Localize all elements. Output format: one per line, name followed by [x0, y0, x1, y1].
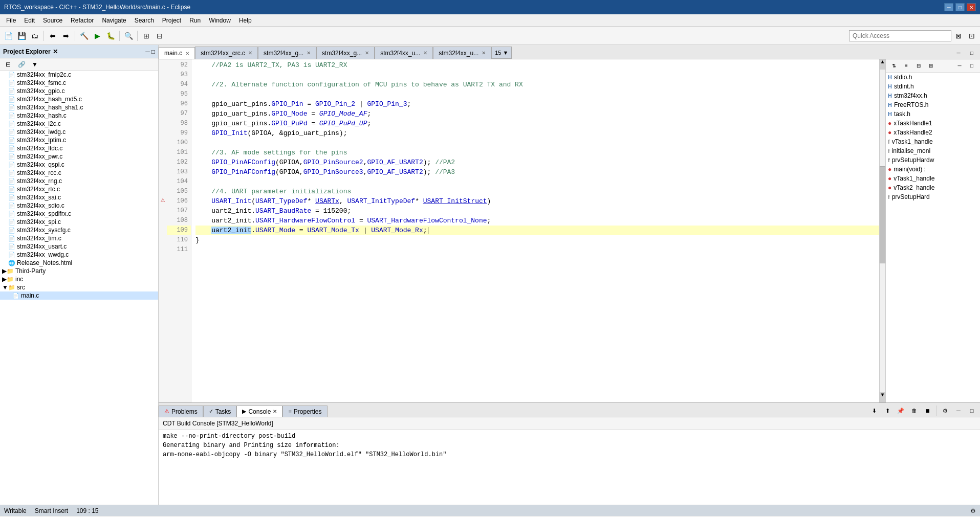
list-item[interactable]: 📄stm32f4xx_qspi.c: [0, 161, 158, 169]
back-button[interactable]: ⬅: [47, 30, 59, 42]
list-item[interactable]: 🌐Release_Notes.html: [0, 259, 158, 267]
list-item[interactable]: 📄stm32f4xx_i2c.c: [0, 120, 158, 128]
close-button[interactable]: ✕: [967, 3, 976, 11]
rp-item-prvSetup1[interactable]: fprvSetupHardw: [886, 155, 980, 165]
tab-main-c[interactable]: main.c ✕: [159, 47, 195, 59]
tab-close-icon[interactable]: ✕: [185, 51, 189, 56]
list-item[interactable]: ▶📁inc: [0, 275, 158, 283]
tab-u2[interactable]: stm32f4xx_u... ✕: [433, 47, 491, 59]
scroll-thumb[interactable]: [880, 166, 885, 263]
list-item[interactable]: 📄stm32f4xx_rcc.c: [0, 169, 158, 177]
list-item[interactable]: 📄main.c: [0, 291, 158, 300]
new-button[interactable]: 📄: [2, 30, 14, 42]
debug-button[interactable]: 🐛: [104, 30, 117, 42]
editor-maximize-button[interactable]: □: [966, 47, 978, 59]
console-pin-button[interactable]: 📌: [895, 404, 907, 417]
list-item[interactable]: 📄stm32f4xx_spdifrx.c: [0, 210, 158, 218]
perspective-button[interactable]: ⊞: [140, 30, 153, 42]
vertical-scrollbar[interactable]: ▲ ▼: [879, 59, 885, 402]
maximize-button[interactable]: □: [955, 3, 965, 11]
tab-close-icon[interactable]: ✕: [248, 50, 252, 56]
pe-minimize-icon[interactable]: ─: [145, 48, 150, 55]
rp-item-main[interactable]: ●main(void) :: [886, 165, 980, 174]
minimize-button[interactable]: ─: [944, 3, 953, 11]
console-scroll-up-button[interactable]: ⬆: [881, 404, 894, 417]
tab-g2[interactable]: stm32f4xx_g... ✕: [316, 47, 375, 59]
list-item[interactable]: 📄stm32f4xx_rtc.c: [0, 185, 158, 193]
list-item[interactable]: 📄stm32f4xx_gpio.c: [0, 87, 158, 95]
console-scroll-down-button[interactable]: ⬇: [868, 404, 880, 417]
code-editor[interactable]: ⚠ 92 93 94 95 96 97 98 99 10: [159, 59, 885, 402]
list-item[interactable]: 📄stm32f4xx_usart.c: [0, 242, 158, 251]
build-button[interactable]: 🔨: [78, 30, 90, 42]
console-minimize-button[interactable]: ─: [952, 404, 965, 417]
menu-file[interactable]: File: [2, 16, 20, 25]
search-button[interactable]: 🔍: [122, 30, 135, 42]
list-item[interactable]: 📄stm32f4xx_spi.c: [0, 218, 158, 226]
scroll-track[interactable]: [880, 70, 885, 392]
save-button[interactable]: 💾: [15, 30, 28, 42]
quick-access-input[interactable]: [849, 30, 951, 41]
tab-tasks[interactable]: ✓ Tasks: [203, 406, 237, 417]
rp-close-button[interactable]: ─: [953, 60, 966, 72]
menu-run[interactable]: Run: [185, 16, 205, 25]
console-settings-button[interactable]: ⚙: [939, 404, 951, 417]
rp-item-prvSetup2[interactable]: fprvSetupHard: [886, 192, 980, 201]
list-item[interactable]: 📄stm32f4xx_fsmc.c: [0, 79, 158, 87]
save-all-button[interactable]: 🗂: [29, 30, 41, 42]
tab-properties[interactable]: ≡ Properties: [282, 406, 327, 417]
console-maximize-button[interactable]: □: [966, 404, 978, 417]
list-item[interactable]: 📄stm32f4xx_sdio.c: [0, 201, 158, 210]
rp-item-xTask1[interactable]: ●xTaskHandle1: [886, 119, 980, 128]
rp-item-vTask2[interactable]: ●vTask2_handle: [886, 183, 980, 192]
menu-search[interactable]: Search: [130, 16, 158, 25]
tab-close-icon[interactable]: ✕: [482, 50, 486, 56]
menu-refactor[interactable]: Refactor: [67, 16, 98, 25]
tab-overflow[interactable]: 15 ▼: [491, 47, 512, 59]
menu-project[interactable]: Project: [158, 16, 185, 25]
menu-edit[interactable]: Edit: [20, 16, 39, 25]
list-item[interactable]: 📄stm32f4xx_iwdg.c: [0, 128, 158, 136]
list-item[interactable]: 📄stm32f4xx_hash_md5.c: [0, 95, 158, 103]
rp-item-stdint[interactable]: Hstdint.h: [886, 82, 980, 91]
pe-close-icon[interactable]: ✕: [53, 48, 58, 55]
list-item[interactable]: 📄stm32f4xx_fmip2c.c: [0, 71, 158, 79]
list-item[interactable]: 📄stm32f4xx_syscfg.c: [0, 226, 158, 234]
menu-window[interactable]: Window: [205, 16, 235, 25]
pe-menu-button[interactable]: ▼: [29, 58, 41, 71]
tab-close-icon[interactable]: ✕: [365, 50, 369, 56]
layout-button[interactable]: ⊟: [154, 30, 166, 42]
open-perspective-button[interactable]: ⊠: [952, 30, 965, 42]
tab-close-icon[interactable]: ✕: [423, 50, 427, 56]
menu-help[interactable]: Help: [235, 16, 256, 25]
list-item[interactable]: 📄stm32f4xx_tim.c: [0, 234, 158, 242]
menu-navigate[interactable]: Navigate: [98, 16, 130, 25]
pe-maximize-icon[interactable]: □: [151, 48, 155, 55]
rp-button-2[interactable]: ≡: [900, 60, 912, 72]
pe-link-button[interactable]: 🔗: [15, 58, 28, 71]
rp-item-vTask1[interactable]: fvTask1_handle: [886, 137, 980, 146]
list-item[interactable]: 📄stm32f4xx_hash.c: [0, 111, 158, 120]
views-button[interactable]: ⊡: [966, 30, 978, 42]
rp-button-3[interactable]: ⊟: [912, 60, 925, 72]
run-button[interactable]: ▶: [91, 30, 103, 42]
pe-collapse-button[interactable]: ⊟: [2, 58, 14, 71]
tab-problems[interactable]: ⚠ Problems: [159, 406, 203, 417]
list-item[interactable]: 📄stm32f4xx_rng.c: [0, 177, 158, 185]
console-stop-button[interactable]: ⏹: [921, 404, 933, 417]
tab-close-icon[interactable]: ✕: [307, 50, 311, 56]
forward-button[interactable]: ➡: [60, 30, 72, 42]
list-item[interactable]: 📄stm32f4xx_wwdg.c: [0, 251, 158, 259]
editor-minimize-button[interactable]: ─: [952, 47, 965, 59]
rp-item-stdio[interactable]: Hstdio.h: [886, 73, 980, 82]
tab-close-icon[interactable]: ✕: [273, 409, 277, 414]
tab-console[interactable]: ▶ Console ✕: [236, 406, 282, 417]
tab-crc[interactable]: stm32f4xx_crc.c ✕: [195, 47, 258, 59]
list-item[interactable]: 📄stm32f4xx_hash_sha1.c: [0, 103, 158, 111]
rp-item-vTask1b[interactable]: ●vTask1_handle: [886, 174, 980, 183]
rp-button-4[interactable]: ⊞: [925, 60, 937, 72]
list-item[interactable]: 📄stm32f4xx_lptim.c: [0, 136, 158, 144]
rp-item-stm32[interactable]: Hstm32f4xx.h: [886, 91, 980, 100]
tab-u1[interactable]: stm32f4xx_u... ✕: [375, 47, 433, 59]
list-item[interactable]: ▶📁Third-Party: [0, 267, 158, 275]
